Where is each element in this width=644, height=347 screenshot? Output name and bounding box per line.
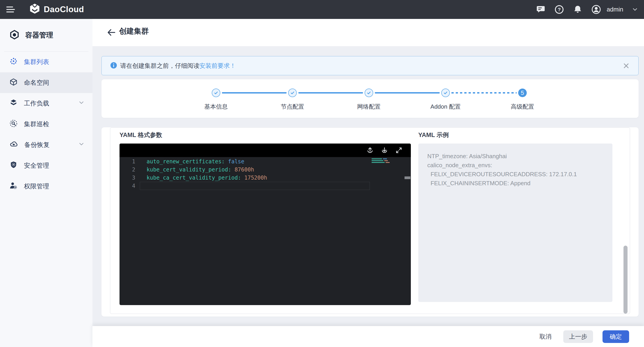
permission-icon: [10, 182, 18, 191]
form-panel: YAML 格式参数 1auto_renew_certificates:: [110, 128, 630, 314]
sidebar-item-6[interactable]: 安全管理: [0, 155, 92, 176]
avatar-icon[interactable]: [591, 4, 601, 14]
page-title: 创建集群: [119, 26, 149, 36]
info-icon: [110, 62, 117, 70]
step-label: Addon 配置: [421, 103, 470, 111]
cancel-button[interactable]: 取消: [537, 330, 554, 343]
form-card: YAML 格式参数 1auto_renew_certificates:: [102, 127, 638, 317]
panel-scrollbar-thumb[interactable]: [624, 246, 628, 314]
sidebar-menu: 集群列表 命名空间 工作负载 集群巡检 备份恢复 安全管理 权限管理: [0, 52, 92, 197]
help-icon[interactable]: ?: [554, 4, 564, 14]
sidebar-item-2[interactable]: 命名空间: [0, 72, 92, 93]
menu-toggle-icon[interactable]: [6, 5, 15, 13]
sidebar-item-label: 备份恢复: [24, 141, 50, 149]
editor-scrollbar-thumb[interactable]: [404, 176, 410, 179]
brand: DaoCloud: [29, 0, 84, 19]
chevron-down-icon: [78, 141, 84, 149]
step-5-badge[interactable]: 5: [518, 88, 527, 97]
security-icon: [10, 161, 18, 171]
upload-icon[interactable]: [366, 146, 374, 155]
step-label: 节点配置: [268, 103, 317, 111]
panel-scrollbar: [624, 128, 628, 314]
editor-toolbar: [120, 144, 411, 157]
code-area[interactable]: 1auto_renew_certificates: false2kube_cer…: [120, 157, 411, 305]
sidebar: 容器管理 集群列表 命名空间 工作负载 集群巡检 备份恢复 安全管理 权限管理: [0, 19, 93, 347]
example-line: NTP_timezone: Asia/Shanghai: [418, 152, 612, 161]
step-4-check-icon[interactable]: [441, 88, 450, 97]
step-label: 基本信息: [191, 103, 241, 111]
step-2-check-icon[interactable]: [288, 88, 297, 97]
alert-text: 请在创建集群之前，仔细阅读: [120, 62, 199, 70]
step-1-check-icon[interactable]: [212, 88, 220, 97]
example-line: FELIX_CHAININSERTMODE: Append: [418, 179, 612, 188]
step-label: 网络配置: [344, 103, 394, 111]
step-connector: [298, 92, 363, 93]
info-alert: 请在创建集群之前，仔细阅读 安装前要求！: [102, 56, 638, 75]
message-icon[interactable]: [536, 4, 546, 14]
cluster-list-icon: [10, 57, 18, 67]
user-name[interactable]: admin: [606, 6, 623, 13]
notification-bell-icon[interactable]: [573, 4, 583, 14]
sidebar-item-label: 集群巡检: [24, 120, 49, 128]
sidebar-item-3[interactable]: 工作负载: [0, 93, 92, 114]
container-management-icon: [10, 30, 20, 40]
fullscreen-icon[interactable]: [394, 146, 403, 155]
active-line-highlight: [140, 182, 370, 190]
sidebar-item-label: 集群列表: [24, 58, 49, 66]
sidebar-title: 容器管理: [25, 30, 53, 40]
yaml-editor[interactable]: 1auto_renew_certificates: false2kube_cer…: [120, 144, 411, 305]
yaml-example-box: NTP_timezone: Asia/Shanghaicalico_node_e…: [418, 144, 612, 302]
page-header: 创建集群: [92, 19, 644, 46]
daocloud-logo-icon: [29, 3, 40, 16]
alert-link[interactable]: 安装前要求！: [199, 62, 236, 70]
alert-close-icon[interactable]: [622, 62, 630, 70]
namespace-icon: [10, 78, 18, 88]
code-line-3: 3kube_ca_cert_validity_period: 175200h: [120, 174, 411, 182]
brand-name: DaoCloud: [44, 5, 84, 14]
sidebar-item-label: 安全管理: [24, 161, 49, 170]
example-line: FELIX_DEVICEROUTESOURCEADDRESS: 172.17.0…: [418, 170, 612, 179]
user-menu-chevron-icon[interactable]: [632, 4, 638, 14]
backup-icon: [10, 140, 18, 150]
sidebar-item-4[interactable]: 集群巡检: [0, 114, 92, 134]
chevron-down-icon: [78, 100, 84, 107]
code-line-2: 2kube_cert_validity_period: 87600h: [120, 166, 411, 174]
sidebar-item-5[interactable]: 备份恢复: [0, 134, 92, 155]
confirm-button[interactable]: 确定: [602, 330, 629, 343]
editor-minimap: [372, 158, 394, 163]
step-3-check-icon[interactable]: [364, 88, 373, 97]
sidebar-header: 容器管理: [0, 19, 92, 51]
step-connector: [222, 92, 286, 93]
download-icon[interactable]: [380, 146, 389, 155]
stepper-card: 基本信息节点配置网络配置Addon 配置5高级配置: [102, 79, 638, 118]
step-connector: [452, 92, 516, 93]
sidebar-item-1[interactable]: 集群列表: [0, 52, 92, 72]
step-label: 高级配置: [498, 103, 547, 111]
footer-bar: 取消 上一步 确定: [92, 326, 644, 347]
app-root: DaoCloud ? admin 容器管理: [0, 0, 644, 347]
sidebar-item-label: 命名空间: [24, 78, 49, 87]
sidebar-item-label: 权限管理: [24, 182, 49, 191]
step-connector: [375, 92, 440, 93]
inspection-icon: [10, 119, 18, 129]
example-line: calico_node_extra_envs:: [418, 161, 612, 170]
topbar-actions: ? admin: [536, 0, 638, 19]
code-line-1: 1auto_renew_certificates: false: [120, 157, 411, 166]
workload-icon: [10, 99, 18, 108]
topbar: DaoCloud ? admin: [0, 0, 644, 19]
previous-step-button[interactable]: 上一步: [563, 330, 593, 343]
sidebar-item-7[interactable]: 权限管理: [0, 176, 92, 197]
sidebar-item-label: 工作负载: [24, 99, 49, 108]
back-button[interactable]: [106, 26, 117, 38]
yaml-params-title: YAML 格式参数: [120, 131, 162, 139]
svg-text:?: ?: [558, 7, 561, 12]
yaml-example-title: YAML 示例: [418, 131, 449, 139]
content-area: 请在创建集群之前，仔细阅读 安装前要求！ 基本信息节点配置网络配置Addon 配…: [92, 46, 644, 326]
